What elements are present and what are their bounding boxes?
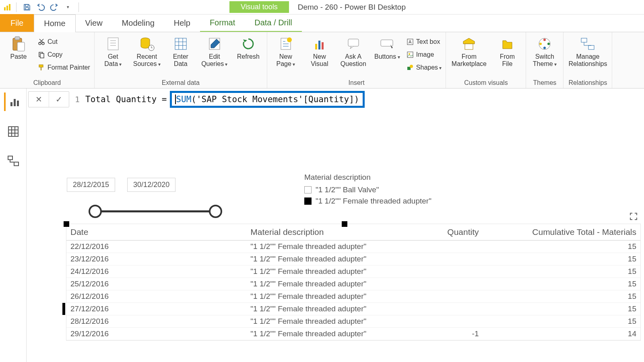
formula-commit-button[interactable]: ✓ [49, 92, 69, 107]
new-visual-button[interactable]: NewVisual [305, 35, 334, 68]
switch-theme-button[interactable]: SwitchTheme [530, 35, 559, 68]
svg-rect-2 [9, 4, 10, 10]
table-row[interactable]: 24/12/2016"1 1/2"" Female threaded adupt… [66, 265, 640, 278]
enter-data-button[interactable]: EnterData [166, 35, 195, 68]
checkbox-checked-icon[interactable] [304, 197, 312, 205]
group-themes: SwitchTheme Themes [526, 32, 564, 88]
cell-date: 23/12/2016 [66, 253, 246, 265]
title-bar: ▾ Visual tools Demo - 260 - Power BI Des… [0, 0, 644, 14]
paste-button[interactable]: Paste [4, 35, 33, 60]
cell-date: 26/12/2016 [66, 290, 246, 303]
data-view-button[interactable] [4, 122, 23, 141]
from-marketplace-label: FromMarketplace [452, 53, 487, 68]
svg-point-37 [539, 43, 542, 45]
col-material[interactable]: Material description [246, 224, 426, 241]
model-view-button[interactable] [4, 152, 23, 171]
redo-button[interactable] [49, 2, 60, 13]
copy-button[interactable]: Copy [38, 49, 90, 60]
legend-item-1[interactable]: "1 1/2"" Female threaded adupter" [304, 195, 431, 207]
table-row[interactable]: 28/12/2016"1 1/2"" Female threaded adupt… [66, 315, 640, 328]
from-file-button[interactable]: FromFile [493, 35, 522, 68]
shapes-button[interactable]: Shapes [407, 62, 442, 73]
formula-editor[interactable]: SUM('SAP Stock Movements'[Quantity]) [170, 91, 364, 108]
table-row[interactable]: 25/12/2016"1 1/2"" Female threaded adupt… [66, 278, 640, 290]
view-rail [0, 88, 27, 362]
slider-thumb-left[interactable] [89, 205, 102, 218]
tab-view[interactable]: View [76, 14, 112, 32]
svg-point-31 [410, 65, 413, 68]
cut-button[interactable]: Cut [38, 36, 90, 47]
cell-date: 22/12/2016 [66, 241, 246, 253]
svg-rect-43 [8, 127, 18, 136]
table-row[interactable]: 27/12/2016"1 1/2"" Female threaded adupt… [66, 303, 640, 315]
tab-home[interactable]: Home [34, 14, 75, 32]
svg-rect-13 [41, 67, 41, 70]
get-data-button[interactable]: GetData [99, 35, 128, 68]
checkbox-unchecked-icon[interactable] [304, 186, 312, 193]
slicer-slider[interactable] [95, 203, 216, 219]
svg-rect-11 [40, 53, 44, 58]
svg-rect-22 [318, 41, 320, 49]
slicer-to-input[interactable]: 30/12/2020 [127, 178, 175, 192]
svg-rect-17 [175, 38, 186, 49]
cell-material: "1 1/2"" Female threaded adupter" [246, 303, 426, 315]
report-canvas[interactable]: 28/12/2015 30/12/2020 Material descripti… [27, 117, 644, 362]
table-visual[interactable]: Date Material description Quantity Cumul… [66, 224, 641, 341]
cell-qty: -1 [427, 328, 483, 340]
cell-material: "1 1/2"" Female threaded adupter" [246, 241, 426, 253]
group-clipboard: Paste Cut Copy Format Painter Clipboard [0, 32, 95, 88]
table-row[interactable]: 26/12/2016"1 1/2"" Female threaded adupt… [66, 290, 640, 303]
from-marketplace-button[interactable]: FromMarketplace [450, 35, 488, 68]
tab-data-drill[interactable]: Data / Drill [245, 14, 301, 32]
buttons-button[interactable]: Buttons [373, 35, 402, 61]
image-button[interactable]: Image [407, 49, 442, 60]
recent-sources-button[interactable]: RecentSources [132, 35, 161, 68]
cell-qty [427, 303, 483, 315]
focus-mode-icon[interactable] [629, 212, 639, 222]
resize-handle-top[interactable] [342, 221, 347, 227]
new-page-button[interactable]: NewPage [271, 35, 300, 68]
qat-customize-button[interactable]: ▾ [62, 2, 74, 13]
recent-sources-label: RecentSources [133, 53, 161, 68]
col-qty[interactable]: Quantity [427, 224, 483, 241]
table-row[interactable]: 29/12/2016"1 1/2"" Female threaded adupt… [66, 328, 640, 340]
save-button[interactable] [21, 2, 33, 13]
undo-button[interactable] [35, 2, 46, 13]
text-box-label: Text box [416, 38, 440, 45]
table-row[interactable]: 23/12/2016"1 1/2"" Female threaded adupt… [66, 253, 640, 265]
legend-item-0[interactable]: "1 1/2"" Ball Valve" [304, 184, 431, 195]
cell-qty [427, 253, 483, 265]
text-box-button[interactable]: AText box [407, 36, 442, 47]
enter-data-label: EnterData [173, 53, 188, 68]
tab-file[interactable]: File [0, 14, 34, 32]
formula-cancel-button[interactable]: ✕ [29, 92, 49, 107]
report-view-button[interactable] [4, 93, 23, 111]
ask-a-question-button[interactable]: Ask AQuestion [339, 35, 368, 68]
resize-handle-left[interactable] [62, 303, 65, 315]
edit-queries-button[interactable]: EditQueries [200, 35, 229, 68]
tab-help[interactable]: Help [164, 14, 200, 32]
table-row[interactable]: 22/12/2016"1 1/2"" Female threaded adupt… [66, 241, 640, 253]
group-relationships-label: Relationships [568, 78, 608, 87]
cell-date: 24/12/2016 [66, 265, 246, 278]
ribbon-tabs: File Home View Modeling Help Format Data… [0, 14, 644, 32]
get-data-label: GetData [104, 53, 122, 68]
from-file-label: FromFile [500, 53, 515, 68]
cell-material: "1 1/2"" Female threaded adupter" [246, 315, 426, 328]
refresh-button[interactable]: Refresh [234, 35, 263, 60]
date-slicer[interactable]: 28/12/2015 30/12/2020 [67, 178, 216, 219]
svg-rect-39 [588, 45, 594, 49]
format-painter-button[interactable]: Format Painter [38, 62, 90, 73]
tab-modeling[interactable]: Modeling [112, 14, 164, 32]
cell-date: 25/12/2016 [66, 278, 246, 290]
col-cum[interactable]: Cumulative Total - Materials [483, 224, 640, 241]
resize-handle-tl[interactable] [64, 221, 69, 227]
slicer-from-input[interactable]: 28/12/2015 [67, 178, 115, 192]
svg-rect-23 [322, 42, 324, 49]
cell-material: "1 1/2"" Female threaded adupter" [246, 253, 426, 265]
tab-format[interactable]: Format [200, 14, 245, 32]
col-date[interactable]: Date [66, 224, 246, 241]
manage-relationships-button[interactable]: ManageRelationships [568, 35, 608, 68]
slider-thumb-right[interactable] [209, 205, 222, 218]
cell-cum: 15 [483, 265, 640, 278]
